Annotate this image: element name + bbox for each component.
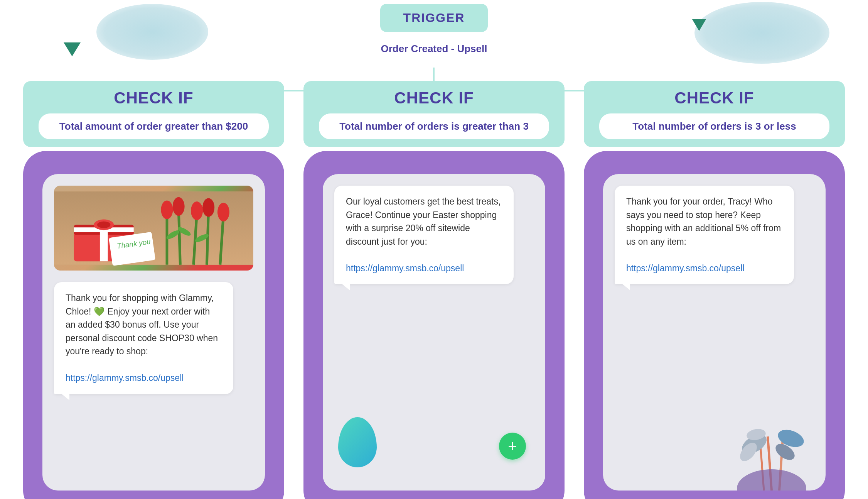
sms-bubble-2: Our loyal customers get the best treats,… bbox=[334, 186, 514, 284]
svg-point-25 bbox=[191, 201, 203, 220]
svg-point-26 bbox=[202, 198, 214, 217]
phone-card-inner-2: Our loyal customers get the best treats,… bbox=[323, 174, 545, 491]
add-button-label: + bbox=[508, 438, 517, 455]
check-if-condition-2: Total number of orders is greater than 3 bbox=[319, 113, 549, 139]
column-1: CHECK IF Total amount of order greater t… bbox=[23, 81, 284, 499]
check-if-condition-3: Total number of orders is 3 or less bbox=[599, 113, 829, 139]
easter-egg-decoration bbox=[338, 417, 377, 467]
sms-text-1: Thank you for shopping with Glammy, Chlo… bbox=[66, 293, 218, 356]
check-if-box-1: CHECK IF Total amount of order greater t… bbox=[23, 81, 284, 147]
check-if-title-3: CHECK IF bbox=[599, 89, 829, 107]
sms-text-3: Thank you for your order, Tracy! Who say… bbox=[626, 196, 781, 247]
sms-bubble-1: Thank you for shopping with Glammy, Chlo… bbox=[54, 282, 233, 394]
phone-card-inner-3: Thank you for your order, Tracy! Who say… bbox=[603, 174, 826, 491]
check-if-box-2: CHECK IF Total number of orders is great… bbox=[303, 81, 565, 147]
trigger-sublabel: Order Created - Upsell bbox=[362, 37, 506, 60]
svg-point-23 bbox=[161, 200, 173, 219]
sms-bubble-3: Thank you for your order, Tracy! Who say… bbox=[615, 186, 794, 284]
trigger-box: TRIGGER bbox=[380, 4, 488, 32]
phone-card-1: Thank you bbox=[23, 151, 284, 499]
svg-point-24 bbox=[173, 197, 185, 216]
column-2: CHECK IF Total number of orders is great… bbox=[303, 81, 565, 499]
phone-card-2: Our loyal customers get the best treats,… bbox=[303, 151, 565, 499]
svg-point-12 bbox=[97, 222, 110, 228]
svg-point-27 bbox=[217, 203, 229, 222]
check-if-condition-1: Total amount of order greater than $200 bbox=[39, 113, 269, 139]
svg-point-36 bbox=[737, 469, 806, 491]
check-if-title-2: CHECK IF bbox=[319, 89, 549, 107]
svg-rect-13 bbox=[109, 232, 155, 266]
column-3: CHECK IF Total number of orders is 3 or … bbox=[584, 81, 845, 499]
sms-link-3[interactable]: https://glammy.smsb.co/upsell bbox=[626, 263, 744, 273]
plant-decoration bbox=[733, 375, 810, 491]
workflow-columns: CHECK IF Total amount of order greater t… bbox=[23, 81, 845, 499]
phone-card-inner-1: Thank you bbox=[42, 174, 265, 491]
trigger-label: TRIGGER bbox=[403, 11, 465, 25]
trigger-container: TRIGGER Order Created - Upsell bbox=[362, 4, 506, 60]
add-step-button-2[interactable]: + bbox=[499, 433, 526, 460]
check-if-title-1: CHECK IF bbox=[39, 89, 269, 107]
sms-text-2: Our loyal customers get the best treats,… bbox=[346, 196, 501, 247]
svg-line-16 bbox=[179, 208, 180, 264]
check-if-box-3: CHECK IF Total number of orders is 3 or … bbox=[584, 81, 845, 147]
sms-link-1[interactable]: https://glammy.smsb.co/upsell bbox=[66, 373, 184, 383]
phone-card-3: Thank you for your order, Tracy! Who say… bbox=[584, 151, 845, 499]
sms-link-2[interactable]: https://glammy.smsb.co/upsell bbox=[346, 263, 464, 273]
product-image-1: Thank you bbox=[54, 186, 253, 271]
